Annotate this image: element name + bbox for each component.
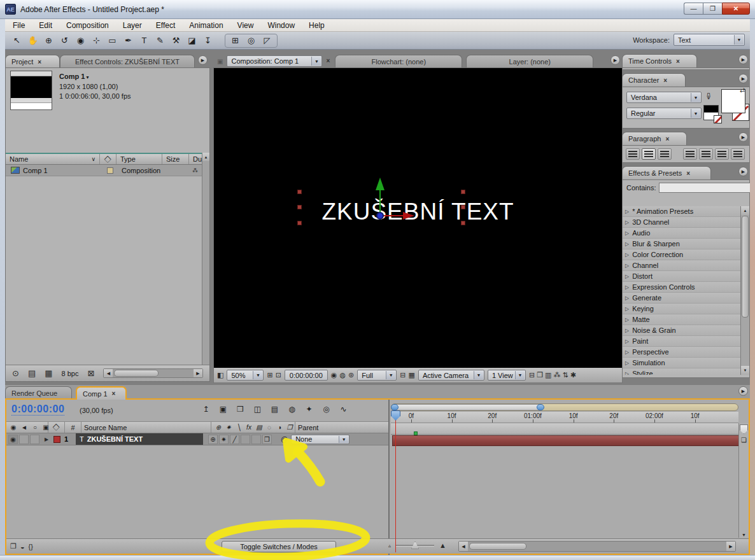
- new-folder-icon[interactable]: ▤: [28, 368, 36, 378]
- shy-icon[interactable]: ⊕: [214, 423, 223, 432]
- panel-menu-button[interactable]: ▶: [738, 132, 748, 142]
- tab-effects-presets[interactable]: Effects & Presets ×: [622, 166, 711, 179]
- font-family-dropdown[interactable]: Verdana ▼: [626, 92, 702, 103]
- layer-color-swatch[interactable]: [53, 436, 60, 443]
- chevron-down-icon[interactable]: ▼: [386, 371, 395, 379]
- unified-camera-tool[interactable]: ◉: [73, 34, 88, 48]
- show-snapshot-icon[interactable]: ◍: [339, 371, 346, 379]
- trash-icon[interactable]: ⊠: [87, 368, 94, 378]
- expander-icon[interactable]: ▷: [625, 284, 629, 290]
- solo-icon[interactable]: ○: [31, 423, 39, 432]
- zoom-tool[interactable]: ⊕: [41, 34, 57, 48]
- brush-tool[interactable]: ✎: [152, 34, 168, 48]
- layer-eye-icon[interactable]: ◉: [8, 435, 18, 444]
- quality-icon[interactable]: ╲: [234, 423, 243, 432]
- align-center-button[interactable]: [642, 148, 656, 160]
- justify-last-center-button[interactable]: [699, 148, 713, 160]
- chevron-down-icon[interactable]: ▼: [311, 57, 321, 66]
- menu-item[interactable]: Edit: [36, 20, 55, 31]
- exposure-icon[interactable]: ❒: [537, 371, 543, 379]
- label-color-swatch[interactable]: [107, 167, 113, 174]
- effects-category[interactable]: ▷ Paint: [623, 336, 740, 347]
- index-column[interactable]: #: [65, 422, 81, 433]
- effects-category[interactable]: ▷ Stylize: [623, 368, 740, 375]
- effects-category[interactable]: ▷ 3D Channel: [623, 217, 740, 228]
- expander-icon[interactable]: ▷: [625, 230, 629, 236]
- tab-paragraph[interactable]: Paragraph ×: [622, 132, 687, 145]
- parent-dropdown[interactable]: None ▼: [291, 435, 349, 444]
- project-hscroll[interactable]: ◀ ▶: [103, 368, 203, 378]
- sort-chevron-icon[interactable]: ∨: [91, 156, 95, 162]
- eyedropper-icon[interactable]: ✑: [703, 92, 714, 100]
- selection-handle[interactable]: [297, 190, 302, 194]
- effects-category[interactable]: ▷ Distort: [623, 271, 740, 282]
- effects-category[interactable]: ▷ Noise & Grain: [623, 325, 740, 336]
- panel-menu-button[interactable]: ▶: [198, 55, 208, 65]
- effects-category[interactable]: ▷ Expression Controls: [623, 282, 740, 293]
- effects-category[interactable]: ▷ Keying: [623, 304, 740, 314]
- scroll-down-icon[interactable]: ▼: [742, 533, 746, 537]
- selection-handle[interactable]: [297, 221, 302, 225]
- close-icon[interactable]: ×: [112, 390, 116, 397]
- effects-category[interactable]: ▷ Generate: [623, 293, 740, 304]
- comp-timecode[interactable]: 0:00:00:00: [285, 370, 328, 381]
- close-icon[interactable]: ×: [326, 57, 330, 64]
- type-tool[interactable]: T: [136, 34, 152, 48]
- effects-category[interactable]: ▷ Blur & Sharpen: [623, 239, 740, 249]
- expander-icon[interactable]: ▷: [625, 339, 629, 344]
- local-axis-mode[interactable]: ⊞: [227, 34, 243, 48]
- live-update-icon[interactable]: ▣: [216, 402, 230, 416]
- align-right-button[interactable]: [658, 148, 672, 160]
- view-axis-mode[interactable]: ◸: [259, 34, 275, 48]
- zoom-in-icon[interactable]: ▲: [439, 542, 446, 549]
- scroll-left-icon[interactable]: ◀: [104, 369, 113, 377]
- column-duration[interactable]: Du: [189, 154, 202, 164]
- effects-vscroll[interactable]: ▲ ▼: [740, 206, 749, 375]
- find-icon[interactable]: ⊙: [12, 368, 19, 378]
- effects-category[interactable]: ▷ Audio: [623, 228, 740, 239]
- label-column[interactable]: ❒: [48, 422, 65, 433]
- fx-icon[interactable]: fx: [244, 423, 253, 432]
- new-composition-icon[interactable]: ▦: [45, 368, 52, 378]
- draft-3d-icon[interactable]: ❒: [233, 402, 248, 416]
- resolution-dropdown[interactable]: Full ▼: [357, 370, 397, 381]
- rotation-tool[interactable]: ↺: [57, 34, 73, 48]
- close-icon[interactable]: ×: [38, 59, 41, 66]
- expander-icon[interactable]: ▷: [625, 241, 629, 247]
- effects-category[interactable]: ▷ Matte: [623, 314, 740, 325]
- expander-icon[interactable]: ▷: [625, 263, 629, 269]
- region-of-interest-icon[interactable]: ⊡: [276, 371, 281, 379]
- chevron-down-icon[interactable]: ▼: [253, 371, 262, 379]
- scroll-left-icon[interactable]: ◀: [459, 542, 468, 551]
- 3d-layer-icon[interactable]: ❒: [285, 423, 294, 432]
- effects-category[interactable]: ▷ * Animation Presets: [623, 206, 740, 217]
- transparency-grid-icon[interactable]: ▦: [409, 371, 415, 379]
- adjustment-layer-icon[interactable]: ◑: [275, 423, 284, 432]
- view-layout-dropdown[interactable]: 1 View ▼: [488, 370, 526, 381]
- project-vscroll[interactable]: ▲: [202, 153, 209, 365]
- column-size[interactable]: Size: [162, 154, 189, 164]
- close-button[interactable]: ✕: [722, 3, 750, 15]
- column-type[interactable]: Type: [116, 154, 162, 164]
- menu-item[interactable]: Window: [265, 20, 297, 31]
- always-preview-icon[interactable]: ◧: [217, 371, 223, 379]
- layer-quality-icon[interactable]: ╱: [230, 435, 239, 444]
- justify-all-button[interactable]: [731, 148, 745, 160]
- layer-expand-icon[interactable]: ▶: [39, 437, 53, 442]
- toggle-mask-icon[interactable]: ⊟: [400, 371, 406, 379]
- navigator-end-handle[interactable]: [537, 404, 544, 410]
- panel-menu-button[interactable]: ▶: [738, 386, 748, 396]
- effects-category[interactable]: ▷ Simulation: [623, 358, 740, 368]
- audio-icon[interactable]: ◄: [20, 423, 29, 432]
- timeline-zoom-slider[interactable]: [396, 545, 434, 547]
- contains-input[interactable]: [659, 183, 755, 193]
- effects-category[interactable]: ▷ Channel: [623, 260, 740, 271]
- no-fill-swatch[interactable]: [714, 115, 722, 123]
- menu-item[interactable]: Animation: [187, 20, 225, 31]
- brainstorm-icon[interactable]: ✦: [302, 402, 316, 416]
- close-icon[interactable]: ×: [663, 77, 667, 84]
- selection-handle[interactable]: [461, 190, 465, 194]
- video-eye-icon[interactable]: ◉: [9, 423, 18, 432]
- expander-icon[interactable]: ▷: [625, 360, 629, 366]
- column-label[interactable]: ❒: [100, 154, 116, 164]
